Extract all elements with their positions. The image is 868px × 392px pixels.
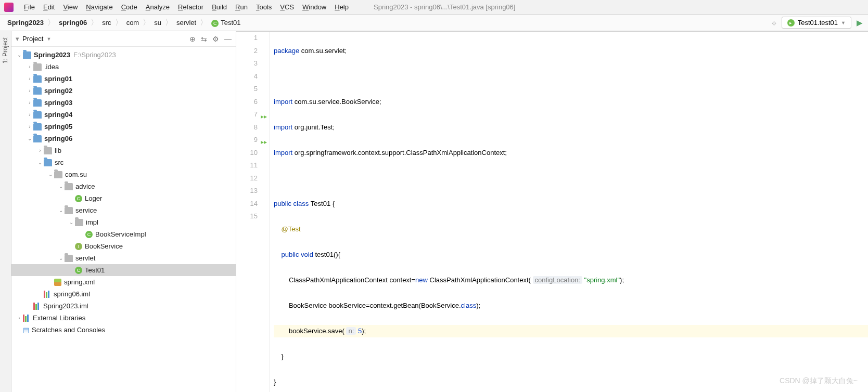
tree-node-label: src <box>55 159 63 166</box>
line-number[interactable]: 11 <box>236 159 258 172</box>
tree-arrow-icon[interactable]: › <box>26 124 33 129</box>
menu-edit[interactable]: Edit <box>39 3 59 11</box>
line-number[interactable]: 1 <box>236 32 258 45</box>
tree-arrow-icon[interactable]: ⌄ <box>68 219 75 225</box>
line-number[interactable]: 3 <box>236 57 258 70</box>
tree-node[interactable]: Spring2023.iml <box>11 300 236 312</box>
tree-arrow-icon[interactable]: ⌄ <box>36 160 44 165</box>
tree-node[interactable]: IBookService <box>11 240 236 252</box>
panel-title[interactable]: Project <box>22 35 43 43</box>
expand-icon[interactable]: ⇆ <box>201 35 207 43</box>
tree-arrow-icon[interactable]: › <box>26 112 33 117</box>
tree-node[interactable]: ⌄impl <box>11 216 236 228</box>
line-number[interactable]: 6 <box>236 96 258 109</box>
tree-node[interactable]: ⌄Spring2023F:\Spring2023 <box>11 49 236 61</box>
gutter[interactable]: 123456789101112131415▸▸▸▸ <box>236 32 270 392</box>
sidebar-tool-tab[interactable]: 1: Project <box>0 31 11 392</box>
line-number[interactable]: 9 <box>236 134 258 147</box>
tree-node[interactable]: spring.xml <box>11 276 236 288</box>
menu-code[interactable]: Code <box>117 3 142 11</box>
folder-icon <box>65 183 73 190</box>
breadcrumb-item[interactable]: Spring2023 <box>5 19 46 27</box>
class-icon: C <box>85 231 93 238</box>
tree-arrow-icon[interactable]: ⌄ <box>47 172 54 177</box>
breadcrumb-item[interactable]: CTest01 <box>209 19 242 27</box>
tree-node[interactable]: ›spring04 <box>11 109 236 121</box>
breadcrumb-item[interactable]: src <box>100 19 113 27</box>
line-number[interactable]: 4 <box>236 70 258 83</box>
tree-node[interactable]: ▤Scratches and Consoles <box>11 324 236 336</box>
tree-arrow-icon[interactable]: ⌄ <box>26 136 33 141</box>
line-number[interactable]: 7 <box>236 108 258 121</box>
tree-node[interactable]: CLoger <box>11 192 236 204</box>
tree-node[interactable]: ›spring05 <box>11 121 236 133</box>
run-button[interactable]: ▶ <box>857 18 863 28</box>
tree-node[interactable]: ⌄src <box>11 156 236 168</box>
menu-vcs[interactable]: VCS <box>276 3 298 11</box>
tree-arrow-icon[interactable]: ⌄ <box>57 207 65 213</box>
tree-node[interactable]: ⌄servlet <box>11 252 236 264</box>
tree-node[interactable]: ›.idea <box>11 61 236 73</box>
tree-node[interactable]: ›spring01 <box>11 73 236 85</box>
locate-icon[interactable]: ⊕ <box>189 35 196 43</box>
code-editor[interactable]: 123456789101112131415▸▸▸▸ package com.su… <box>236 32 868 392</box>
line-number[interactable]: 8 <box>236 121 258 134</box>
tree-arrow-icon[interactable]: › <box>26 64 33 70</box>
tree-arrow-icon[interactable]: ⌄ <box>57 255 65 261</box>
tree-arrow-icon[interactable]: ⌄ <box>16 52 23 58</box>
menu-help[interactable]: Help <box>330 3 353 11</box>
tree-node[interactable]: ⌄spring06 <box>11 133 236 145</box>
tree-node[interactable]: ›lib <box>11 145 236 156</box>
run-gutter-icon[interactable]: ▸▸ <box>261 110 267 123</box>
hide-icon[interactable]: — <box>224 35 232 43</box>
menu-run[interactable]: Run <box>231 3 252 11</box>
tree-arrow-icon[interactable]: › <box>16 315 23 321</box>
tree-arrow-icon[interactable]: ⌄ <box>57 184 65 189</box>
tree-node[interactable]: ⌄service <box>11 204 236 216</box>
breadcrumb-item[interactable]: servlet <box>174 19 198 27</box>
breadcrumb[interactable]: Spring2023〉spring06〉src〉com〉su〉servlet〉C… <box>5 18 243 28</box>
menu-navigate[interactable]: Navigate <box>82 3 117 11</box>
settings-icon[interactable]: ⚙ <box>212 35 219 43</box>
chevron-down-icon[interactable]: ▼ <box>46 36 51 42</box>
menu-file[interactable]: File <box>20 3 39 11</box>
line-number[interactable]: 14 <box>236 198 258 211</box>
tree-node[interactable]: ›External Libraries <box>11 312 236 324</box>
line-number[interactable]: 12 <box>236 172 258 185</box>
tree-arrow-icon[interactable]: › <box>36 148 44 153</box>
tree-node[interactable]: ⌄com.su <box>11 168 236 180</box>
folder-icon <box>33 111 42 119</box>
panel-collapse-icon[interactable]: ▾ <box>16 35 19 43</box>
menu-tools[interactable]: Tools <box>252 3 276 11</box>
project-tree[interactable]: ⌄Spring2023F:\Spring2023›.idea›spring01›… <box>11 47 236 392</box>
run-config-selector[interactable]: ▸ Test01.test01 ▼ <box>782 17 851 29</box>
menu-view[interactable]: View <box>59 3 82 11</box>
line-number[interactable]: 13 <box>236 185 258 198</box>
menu-build[interactable]: Build <box>208 3 231 11</box>
menu-analyze[interactable]: Analyze <box>142 3 174 11</box>
tree-node[interactable]: ⌄advice <box>11 180 236 192</box>
tree-node-label: Spring2023.iml <box>43 302 88 310</box>
tree-node[interactable]: ›spring02 <box>11 85 236 97</box>
tree-arrow-icon[interactable]: › <box>26 88 33 94</box>
run-gutter-icon[interactable]: ▸▸ <box>261 136 267 149</box>
menu-refactor[interactable]: Refactor <box>174 3 208 11</box>
sidebar-tab-label: 1: Project <box>2 37 9 64</box>
line-number[interactable]: 2 <box>236 45 258 58</box>
line-number[interactable]: 10 <box>236 147 258 160</box>
tree-node-label: Loger <box>85 194 102 202</box>
tree-node[interactable]: CTest01 <box>11 264 236 276</box>
breadcrumb-item[interactable]: su <box>152 19 163 27</box>
tree-node[interactable]: CBookServiceImpl <box>11 228 236 240</box>
tree-arrow-icon[interactable]: › <box>26 76 33 82</box>
tree-node[interactable]: ›spring03 <box>11 97 236 109</box>
code-content[interactable]: package com.su.servlet; import com.su.se… <box>270 32 868 392</box>
line-number[interactable]: 5 <box>236 83 258 96</box>
breadcrumb-item[interactable]: com <box>124 19 142 27</box>
menu-window[interactable]: Window <box>298 3 330 11</box>
tree-node[interactable]: spring06.iml <box>11 288 236 300</box>
compass-icon[interactable]: ⟐ <box>772 18 776 27</box>
tree-arrow-icon[interactable]: › <box>26 100 33 106</box>
breadcrumb-item[interactable]: spring06 <box>57 19 89 27</box>
line-number[interactable]: 15 <box>236 210 258 223</box>
